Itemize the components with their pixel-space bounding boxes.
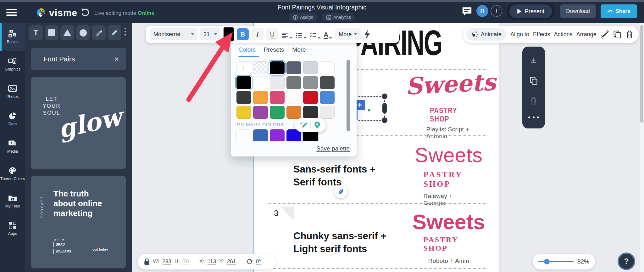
font-pair-caption-1[interactable]: Playlist Script + Antonio — [426, 126, 475, 140]
magic-pencil-icon[interactable] — [300, 121, 308, 129]
sidebar-item-media[interactable]: Media — [0, 133, 25, 160]
download-button[interactable]: Download — [560, 4, 596, 18]
brand-text-sans[interactable]: Sweets — [415, 144, 483, 167]
font-size-select[interactable]: 21 — [200, 28, 220, 40]
sidebar-item-basics[interactable]: A B C Basics — [0, 23, 25, 51]
font-pair-caption-2[interactable]: Raleway + Georgia — [424, 193, 474, 207]
style-brush-icon[interactable] — [600, 30, 609, 39]
undo-icon[interactable] — [80, 8, 90, 17]
shop-text-1[interactable]: PASTRY SHOP — [430, 106, 471, 123]
tab-colors[interactable]: Colors — [238, 46, 256, 53]
color-swatch[interactable] — [303, 76, 318, 89]
bold-button[interactable]: B — [237, 28, 249, 40]
color-swatch[interactable] — [320, 61, 335, 74]
section-number[interactable]: 3 — [274, 208, 278, 218]
template-card-podcast[interactable]: PODCAST The truth about online marketing… — [31, 176, 126, 268]
sidebar-item-my-files[interactable]: My Files — [0, 188, 25, 215]
color-swatch[interactable] — [236, 76, 251, 89]
template-card-partial[interactable] — [31, 270, 126, 272]
sidebar-item-graphics[interactable]: Graphics — [0, 51, 25, 78]
color-swatch[interactable] — [286, 106, 301, 119]
color-swatch[interactable] — [236, 91, 251, 104]
shop-text-3[interactable]: PASTRY SHOP — [424, 235, 474, 252]
color-swatch[interactable] — [270, 129, 285, 141]
font-pair-caption-3[interactable]: Roboto + Amiri — [428, 258, 469, 264]
circle-shape-tool[interactable] — [76, 25, 90, 40]
window-scrollbar-thumb[interactable] — [640, 25, 643, 123]
selection-handle[interactable] — [382, 117, 387, 123]
duplicate-icon[interactable] — [613, 30, 622, 39]
text-tool-button[interactable]: T — [29, 25, 43, 40]
color-swatch[interactable] — [253, 129, 268, 141]
square-shape-tool[interactable] — [45, 25, 58, 40]
more-options-button[interactable] — [528, 116, 539, 118]
font-family-select[interactable]: Montserrat — [150, 28, 197, 40]
color-swatch[interactable] — [253, 76, 268, 89]
underline-button[interactable]: U — [266, 28, 278, 40]
color-swatch[interactable] — [303, 61, 318, 74]
section-heading-3[interactable]: Chunky sans-serif + Light serif fonts — [293, 230, 386, 256]
arrange-button[interactable]: Arrange — [576, 31, 597, 38]
line-arrow-tool[interactable] — [92, 25, 106, 40]
effects-button[interactable]: Effects — [533, 31, 550, 38]
align-to-button[interactable]: Align to — [510, 31, 529, 38]
rotation-value[interactable]: 0° — [256, 258, 261, 265]
italic-button[interactable]: I — [252, 28, 264, 40]
zoom-slider-thumb[interactable] — [544, 259, 550, 264]
bullet-list-button[interactable] — [295, 28, 307, 40]
share-button[interactable]: Share — [601, 4, 637, 18]
color-swatch[interactable] — [286, 91, 301, 104]
selection-anchor-dot[interactable] — [367, 108, 371, 112]
rotate-icon[interactable] — [246, 258, 253, 265]
comment-marker[interactable] — [334, 185, 347, 198]
close-icon[interactable]: ✕ — [114, 55, 119, 63]
color-swatch[interactable] — [320, 106, 335, 119]
tab-presets[interactable]: Presets — [264, 46, 284, 53]
document-title[interactable]: Font Pairings Visual Infographic — [278, 4, 366, 11]
font-color-button[interactable]: A — [324, 28, 332, 40]
comments-icon[interactable] — [462, 6, 472, 16]
color-swatch[interactable] — [286, 76, 301, 89]
actions-button[interactable]: Actions — [554, 31, 573, 38]
sidebar-item-photos[interactable]: Photos — [0, 78, 25, 105]
save-palette-link[interactable]: Save palette — [316, 145, 350, 152]
present-button[interactable]: Present — [509, 4, 552, 18]
y-value[interactable]: 261 — [227, 258, 236, 265]
color-swatch[interactable] — [270, 76, 285, 89]
transparent-swatch[interactable] — [253, 61, 268, 74]
quick-actions-bolt-icon[interactable] — [364, 30, 371, 39]
x-value[interactable]: 113 — [208, 258, 216, 265]
selection-resize-handle[interactable] — [382, 103, 387, 114]
template-card-glow[interactable]: LET YOUR SOUL glow — [31, 77, 126, 169]
animate-button[interactable]: Animate — [466, 28, 507, 41]
sidebar-item-theme-colors[interactable]: Theme Colors — [0, 160, 25, 188]
sidebar-item-apps[interactable]: Apps — [0, 215, 25, 242]
checklist-button[interactable] — [309, 28, 321, 40]
height-value[interactable]: 70 — [183, 258, 189, 265]
section-heading-2[interactable]: Sans-serif fonts + Serif fonts — [293, 163, 375, 189]
shop-text-2[interactable]: PASTRY SHOP — [424, 170, 474, 189]
popup-scrollbar[interactable] — [347, 60, 350, 131]
color-swatch[interactable] — [303, 91, 318, 104]
hamburger-menu-button[interactable] — [6, 9, 17, 17]
color-swatch[interactable] — [286, 61, 301, 74]
color-swatch[interactable] — [236, 106, 251, 119]
draw-tool-button[interactable] — [108, 25, 121, 40]
color-swatch[interactable] — [253, 91, 268, 104]
brand-text-script[interactable]: Sweets — [405, 68, 496, 100]
color-swatch[interactable] — [253, 106, 268, 119]
lock-icon[interactable] — [144, 258, 150, 265]
trash-icon[interactable] — [625, 30, 634, 39]
brand-text-bold[interactable]: Sweets — [413, 210, 485, 234]
color-swatch[interactable] — [236, 129, 251, 141]
trash-icon[interactable] — [530, 97, 537, 105]
avatar[interactable]: R — [476, 5, 488, 17]
brand-wordmark[interactable]: visme — [49, 8, 77, 18]
align-button[interactable] — [281, 28, 292, 40]
selection-handle[interactable] — [382, 94, 387, 99]
triangle-shape-tool[interactable] — [60, 25, 74, 40]
color-swatch[interactable] — [270, 106, 285, 119]
add-color-button[interactable]: + — [236, 61, 251, 74]
color-swatch[interactable] — [320, 76, 335, 89]
assign-button[interactable]: Assign — [289, 13, 318, 21]
